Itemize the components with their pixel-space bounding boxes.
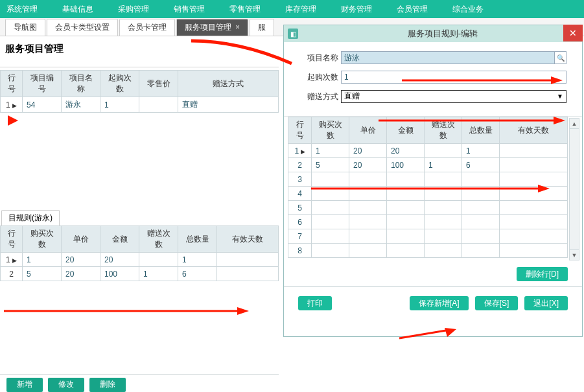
cell[interactable]: 5: [312, 158, 349, 172]
cell[interactable]: 直赠: [178, 97, 279, 113]
cell[interactable]: [425, 244, 462, 258]
cell[interactable]: 20: [349, 158, 387, 172]
lookup-icon[interactable]: 🔍: [555, 51, 566, 64]
cell[interactable]: [349, 229, 387, 244]
cell[interactable]: [500, 229, 568, 244]
cell[interactable]: 1: [425, 158, 462, 172]
close-icon[interactable]: ×: [235, 23, 240, 32]
menu-system[interactable]: 系统管理: [4, 4, 40, 15]
cell[interactable]: 54: [23, 97, 62, 113]
scroll-down-icon[interactable]: ▼: [570, 249, 579, 260]
cell[interactable]: 6: [178, 267, 217, 281]
cell[interactable]: [312, 187, 349, 201]
cell[interactable]: 5: [23, 267, 62, 281]
menu-stock[interactable]: 库存管理: [283, 4, 319, 15]
menu-baseinfo[interactable]: 基础信息: [60, 4, 96, 15]
cell[interactable]: [462, 244, 500, 258]
table-row[interactable]: 1 ▶ 54 游永 1 直赠: [1, 97, 279, 113]
cell[interactable]: [500, 158, 568, 172]
save-button[interactable]: 保存[S]: [475, 296, 519, 310]
print-button[interactable]: 打印: [298, 296, 332, 310]
cell[interactable]: [312, 215, 349, 229]
rules-grid[interactable]: 行号 购买次数 单价 金额 赠送次数 总数量 有效天数 1 ▶ 1 20 20 …: [0, 225, 279, 281]
cell[interactable]: 20: [100, 253, 139, 267]
cell[interactable]: 100: [387, 158, 425, 172]
menu-purchase[interactable]: 采购管理: [115, 4, 152, 15]
delete-row-button[interactable]: 删除行[D]: [517, 267, 568, 281]
cell[interactable]: [312, 244, 349, 258]
cell[interactable]: 游永: [62, 97, 100, 113]
dialog-titlebar[interactable]: ◧ 服务项目规则-编辑 ✕: [284, 25, 582, 42]
project-name-input[interactable]: [341, 51, 555, 64]
cell[interactable]: 1: [178, 253, 217, 267]
cell[interactable]: 20: [349, 144, 387, 158]
cell[interactable]: [387, 229, 425, 244]
menu-sales[interactable]: 销售管理: [171, 4, 207, 15]
table-row[interactable]: 6: [288, 215, 568, 229]
tab-card-manage[interactable]: 会员卡管理: [119, 19, 175, 36]
cell[interactable]: 1: [139, 267, 178, 281]
save-new-button[interactable]: 保存新增[A]: [410, 296, 469, 310]
cell[interactable]: [349, 187, 387, 201]
cell[interactable]: [425, 172, 462, 187]
table-row[interactable]: 7: [288, 229, 568, 244]
cell[interactable]: [387, 215, 425, 229]
table-row[interactable]: 2 5 20 100 1 6: [1, 267, 279, 281]
cell[interactable]: [425, 215, 462, 229]
cell[interactable]: 1: [312, 144, 349, 158]
cell[interactable]: [500, 172, 568, 187]
cell[interactable]: [312, 172, 349, 187]
cell[interactable]: 20: [62, 253, 100, 267]
cell[interactable]: [387, 201, 425, 215]
scrollbar[interactable]: ▲ ▼: [569, 118, 579, 260]
cell[interactable]: [387, 172, 425, 187]
tab-card-type[interactable]: 会员卡类型设置: [47, 19, 118, 36]
cell[interactable]: [500, 144, 568, 158]
cell[interactable]: 1: [23, 253, 62, 267]
cell[interactable]: [425, 201, 462, 215]
table-row[interactable]: 1 ▶ 1 20 20 1: [1, 253, 279, 267]
table-row[interactable]: 252010016: [288, 158, 568, 172]
close-icon[interactable]: ✕: [563, 25, 583, 41]
tab-service-project[interactable]: 服务项目管理×: [176, 19, 248, 36]
cell[interactable]: [139, 97, 178, 113]
cell[interactable]: 1: [462, 144, 500, 158]
cell[interactable]: [312, 201, 349, 215]
table-row[interactable]: 8: [288, 244, 568, 258]
project-grid[interactable]: 行号 项目编号 项目名称 起购次数 零售价 赠送方式 1 ▶ 54 游永 1 直…: [0, 70, 279, 113]
cell[interactable]: [312, 229, 349, 244]
min-buy-input[interactable]: [341, 71, 566, 84]
cell[interactable]: [349, 201, 387, 215]
cell[interactable]: [500, 187, 568, 201]
dialog-rules-grid[interactable]: 行号 购买次数 单价 金额 赠送次数 总数量 有效天数 1 ▶120201252…: [288, 117, 568, 258]
cell[interactable]: [349, 244, 387, 258]
table-row[interactable]: 5: [288, 201, 568, 215]
cell[interactable]: [500, 201, 568, 215]
cell[interactable]: 20: [387, 144, 425, 158]
cell[interactable]: [425, 187, 462, 201]
cell[interactable]: [349, 172, 387, 187]
cell[interactable]: [425, 229, 462, 244]
cell[interactable]: [462, 187, 500, 201]
table-row[interactable]: 3: [288, 172, 568, 187]
add-button[interactable]: 新增: [6, 378, 43, 392]
cell[interactable]: [387, 244, 425, 258]
tab-nav-map[interactable]: 导航图: [5, 19, 45, 36]
cell[interactable]: [462, 201, 500, 215]
cell[interactable]: [500, 244, 568, 258]
edit-button[interactable]: 修改: [48, 378, 84, 392]
cell[interactable]: [217, 253, 279, 267]
scroll-up-icon[interactable]: ▲: [570, 119, 579, 129]
cell[interactable]: 20: [62, 267, 100, 281]
delete-button[interactable]: 删除: [89, 378, 126, 392]
gift-mode-select[interactable]: 直赠 ▼: [341, 90, 566, 103]
menu-misc[interactable]: 综合业务: [450, 4, 486, 15]
cell[interactable]: 100: [100, 267, 139, 281]
cell[interactable]: [462, 229, 500, 244]
menu-member[interactable]: 会员管理: [394, 4, 430, 15]
cell[interactable]: 6: [462, 158, 500, 172]
exit-button[interactable]: 退出[X]: [524, 296, 568, 310]
cell[interactable]: [462, 215, 500, 229]
cell[interactable]: 1: [100, 97, 139, 113]
rules-section-label[interactable]: 目规则(游永): [1, 210, 60, 225]
